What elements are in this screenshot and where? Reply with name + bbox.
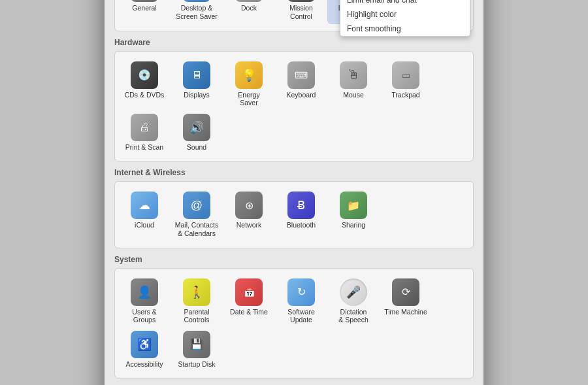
pref-label-energy: EnergySaver	[238, 91, 259, 107]
pref-label-displays: Displays	[184, 91, 210, 99]
pref-label-icloud: iCloud	[135, 221, 154, 229]
pref-label-dock: Dock	[241, 4, 257, 12]
pref-label-cds: CDs & DVDs	[125, 91, 165, 99]
pref-label-parental: ParentalControls	[184, 308, 209, 324]
pref-label-keyboard: Keyboard	[287, 91, 316, 99]
pref-label-mouse: Mouse	[343, 91, 364, 99]
dropdown-item-font-smoothing[interactable]: Font smoothing	[340, 22, 470, 36]
pref-label-sound: Sound	[187, 143, 206, 152]
desktop-icon: 🖥	[183, 0, 210, 2]
pref-item-trackpad[interactable]: ▭ Trackpad	[380, 58, 432, 110]
software-icon: ↻	[287, 278, 315, 306]
dock-icon: ▬	[235, 0, 263, 2]
pref-item-sound[interactable]: 🔊 Sound	[171, 110, 223, 155]
pref-item-sharing[interactable]: 📁 Sharing	[327, 188, 380, 241]
pref-item-parental[interactable]: 🚶 ParentalControls	[171, 275, 223, 327]
sound-icon: 🔊	[183, 114, 210, 141]
mission-icon: ⊞	[287, 0, 315, 2]
pref-item-bluetooth[interactable]: Ƀ Bluetooth	[275, 188, 327, 241]
section-title-system: System	[114, 255, 474, 264]
pref-item-dictation[interactable]: 🎤 Dictation& Speech	[327, 275, 380, 327]
print-icon: 🖨	[131, 114, 158, 141]
pref-label-trackpad: Trackpad	[391, 91, 419, 99]
pref-label-desktop: Desktop &Screen Saver	[176, 4, 218, 20]
pref-item-desktop[interactable]: 🖥 Desktop &Screen Saver	[171, 0, 223, 24]
pref-label-network: Network	[237, 221, 262, 229]
parental-icon: 🚶	[183, 278, 210, 306]
users-icon: 👤	[131, 278, 158, 306]
pref-item-print[interactable]: 🖨 Print & Scan	[118, 110, 171, 155]
keyboard-icon: ⌨	[287, 61, 315, 89]
section-hardware: Hardware 💿 CDs & DVDs 🖥 Displays 💡 Energ…	[114, 38, 474, 162]
section-items-internet: ☁ iCloud @ Mail, Contacts& Calendars ⊛ N…	[114, 181, 474, 248]
pref-item-startup[interactable]: 💾 Startup Disk	[171, 327, 223, 372]
bluetooth-icon: Ƀ	[287, 192, 315, 219]
pref-item-network[interactable]: ⊛ Network	[223, 188, 275, 241]
pref-item-software[interactable]: ↻ SoftwareUpdate	[275, 275, 327, 327]
timemachine-icon: ⟳	[392, 278, 419, 306]
section-system: System 👤 Users &Groups 🚶 ParentalControl…	[114, 255, 474, 379]
pref-label-bluetooth: Bluetooth	[287, 221, 316, 229]
pref-label-software: SoftwareUpdate	[287, 308, 314, 324]
mail-icon: @	[183, 192, 210, 219]
displays-icon: 🖥	[183, 61, 210, 89]
pref-label-users: Users &Groups	[132, 308, 156, 324]
sharing-icon: 📁	[340, 192, 367, 219]
pref-label-dictation: Dictation& Speech	[338, 308, 368, 324]
icloud-icon: ☁	[131, 192, 158, 219]
pref-label-timemachine: Time Machine	[384, 308, 427, 316]
section-items-system: 👤 Users &Groups 🚶 ParentalControls 📅 Dat…	[114, 268, 474, 379]
dictation-icon: 🎤	[340, 278, 367, 306]
system-preferences-window: System Preferences ◀ ▶ Show All ✕ Text-t…	[105, 0, 483, 385]
pref-item-users[interactable]: 👤 Users &Groups	[118, 275, 171, 327]
pref-label-mission: MissionControl	[289, 4, 313, 20]
pref-label-date: Date & Time	[230, 308, 268, 316]
pref-item-keyboard[interactable]: ⌨ Keyboard	[275, 58, 327, 110]
pref-item-general[interactable]: 🗒 General	[118, 0, 171, 24]
pref-label-sharing: Sharing	[342, 221, 365, 229]
cds-icon: 💿	[131, 61, 158, 89]
mouse-icon: 🖱	[340, 61, 367, 89]
pref-item-mouse[interactable]: 🖱 Mouse	[327, 58, 380, 110]
pref-item-timemachine[interactable]: ⟳ Time Machine	[380, 275, 432, 327]
pref-item-energy[interactable]: 💡 EnergySaver	[223, 58, 275, 110]
section-internet: Internet & Wireless ☁ iCloud @ Mail, Con…	[114, 168, 474, 248]
network-icon: ⊛	[235, 192, 263, 219]
pref-item-icloud[interactable]: ☁ iCloud	[118, 188, 171, 241]
pref-label-accessibility: Accessibility	[125, 360, 163, 369]
dropdown-item-highlight-color[interactable]: Highlight color	[340, 7, 470, 22]
pref-item-displays[interactable]: 🖥 Displays	[171, 58, 223, 110]
pref-item-cds[interactable]: 💿 CDs & DVDs	[118, 58, 171, 110]
pref-label-mail: Mail, Contacts& Calendars	[175, 221, 219, 237]
startup-icon: 💾	[183, 331, 210, 358]
pref-item-mission[interactable]: ⊞ MissionControl	[275, 0, 327, 24]
pref-label-general: General	[132, 4, 156, 12]
pref-label-print: Print & Scan	[125, 143, 163, 152]
trackpad-icon: ▭	[392, 61, 419, 89]
pref-item-dock[interactable]: ▬ Dock	[223, 0, 275, 24]
energy-icon: 💡	[235, 61, 263, 89]
pref-label-startup: Startup Disk	[178, 360, 215, 369]
search-dropdown: Text-to-Speech Symbol and text substitut…	[340, 0, 470, 37]
section-title-internet: Internet & Wireless	[114, 168, 474, 177]
dropdown-item-limit-email[interactable]: Limit email and chat	[340, 0, 470, 7]
section-title-hardware: Hardware	[114, 38, 474, 47]
section-items-hardware: 💿 CDs & DVDs 🖥 Displays 💡 EnergySaver ⌨ …	[114, 51, 474, 162]
date-icon: 📅	[235, 278, 263, 306]
accessibility-icon: ♿	[131, 331, 158, 358]
content-area: Personal 🗒 General 🖥 Desktop &Screen Sav…	[105, 0, 483, 385]
pref-item-date[interactable]: 📅 Date & Time	[223, 275, 275, 327]
general-icon: 🗒	[131, 0, 158, 2]
pref-item-accessibility[interactable]: ♿ Accessibility	[118, 327, 171, 372]
pref-item-mail[interactable]: @ Mail, Contacts& Calendars	[171, 188, 223, 241]
